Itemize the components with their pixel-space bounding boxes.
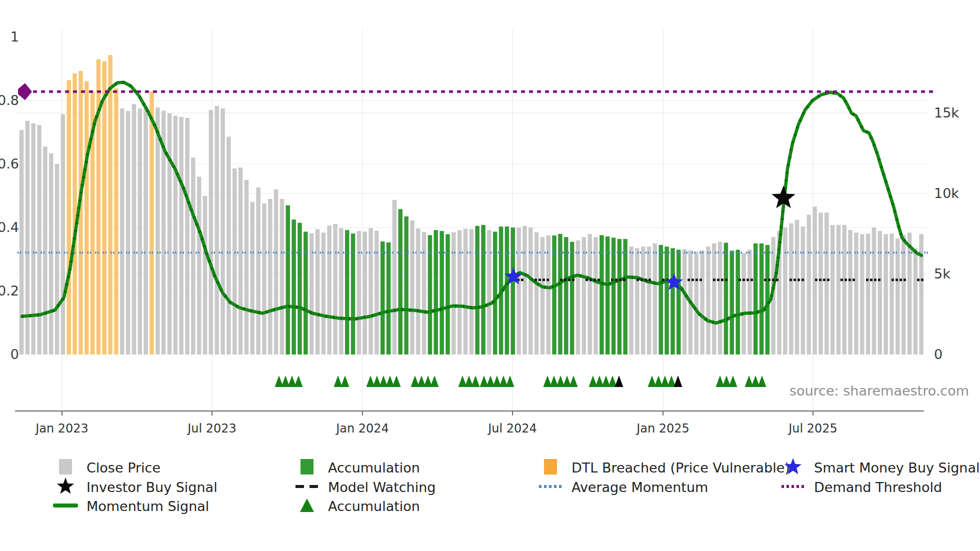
right-axis-tick-label: 5k: [934, 266, 979, 282]
accumulation-triangle: [334, 376, 342, 387]
close-price-bar: [896, 238, 900, 354]
accumulation-bar: [286, 206, 290, 354]
close-price-bar: [55, 164, 60, 354]
close-price-bar: [244, 180, 249, 354]
square-orange-legend-icon: [538, 458, 564, 477]
accumulation-bar: [398, 209, 403, 354]
accumulation-triangle: [506, 376, 514, 387]
close-price-bar: [168, 113, 172, 354]
close-price-bar: [470, 229, 474, 354]
close-price-bar: [327, 226, 332, 354]
close-price-bar: [824, 212, 829, 354]
close-price-bar: [836, 225, 841, 354]
left-axis-tick-label: 0.8: [0, 92, 19, 109]
right-axis-tick-label: 10k: [934, 185, 979, 202]
accumulation-triangle: [392, 376, 401, 387]
close-price-bar: [534, 232, 539, 355]
close-price-bar: [789, 224, 794, 354]
x-axis-tick-label: Jan 2023: [22, 420, 102, 437]
accumulation-bar: [754, 244, 758, 354]
legend-item: Investor Buy Signal: [52, 477, 218, 497]
legend-item: DTL Breached (Price Vulnerable): [538, 458, 790, 478]
accumulation-bar: [676, 250, 681, 354]
dtl-breached-bar: [84, 81, 89, 354]
close-price-bar: [783, 228, 788, 354]
close-price-bar: [274, 190, 278, 354]
close-price-bar: [594, 237, 598, 354]
legend-item: Demand Threshold: [780, 477, 942, 497]
triangle-green-legend-icon: [294, 496, 320, 516]
accumulation-bar: [724, 243, 728, 355]
close-price-bar: [641, 246, 646, 354]
close-price-bar: [126, 111, 130, 354]
close-price-bar: [144, 107, 148, 354]
accumulation-bar: [446, 234, 450, 354]
close-price-bar: [209, 110, 214, 354]
close-price-bar: [31, 124, 36, 354]
left-axis-tick-label: 0.4: [0, 219, 19, 236]
close-price-bar: [647, 246, 652, 354]
accumulation-bar: [618, 239, 622, 354]
close-price-bar: [250, 202, 255, 354]
close-price-bar: [653, 244, 658, 354]
close-price-bar: [280, 199, 284, 354]
accumulation-bar: [511, 228, 516, 354]
accumulation-bar: [505, 226, 510, 354]
close-price-bar: [179, 117, 184, 354]
close-price-bar: [197, 176, 202, 354]
close-price-bar: [742, 253, 746, 354]
accumulation-bar: [606, 236, 610, 354]
close-price-bar: [43, 146, 48, 354]
accumulation-bar: [386, 242, 391, 354]
close-price-bar: [712, 244, 716, 354]
close-price-bar: [452, 232, 456, 355]
close-price-bar: [576, 240, 580, 354]
close-price-bar: [316, 229, 320, 354]
accumulation-triangle: [430, 376, 439, 387]
close-price-bar: [540, 237, 545, 354]
star-black-legend-icon: [52, 478, 78, 496]
close-price-bar: [49, 153, 54, 354]
close-price-bar: [818, 212, 823, 354]
close-price-bar: [908, 232, 912, 354]
x-axis-tick-label: Jan 2025: [623, 420, 703, 437]
close-price-bar: [26, 121, 30, 354]
close-price-bar: [220, 108, 225, 354]
accumulation-bar: [440, 231, 444, 354]
close-price-bar: [748, 250, 752, 354]
accumulation-bar: [664, 246, 669, 354]
legend-item: Smart Money Buy Signal: [780, 458, 980, 478]
close-price-bar: [878, 231, 882, 354]
close-price-bar: [357, 231, 362, 354]
right-axis-tick-label: 0: [934, 346, 979, 363]
close-price-bar: [256, 188, 260, 354]
source-credit: source: sharemaestro.com: [790, 383, 969, 398]
close-price-bar: [322, 232, 326, 354]
close-price-bar: [20, 130, 24, 354]
right-axis-tick-label: 15k: [934, 104, 979, 122]
close-price-bar: [333, 224, 338, 354]
legend-label: DTL Breached (Price Vulnerable): [572, 460, 790, 476]
close-price-bar: [860, 234, 864, 354]
accumulation-triangle: [472, 376, 480, 387]
accumulation-triangle: [729, 376, 738, 387]
accumulation-bar: [612, 238, 616, 354]
accumulation-bar: [304, 232, 308, 354]
close-price-bar: [528, 228, 533, 354]
black-triangle: [674, 376, 682, 387]
close-price-bar: [422, 232, 426, 354]
close-price-bar: [374, 230, 379, 354]
legend-label: Smart Money Buy Signal: [814, 460, 980, 476]
close-price-bar: [339, 228, 344, 354]
close-price-bar: [410, 220, 414, 354]
left-axis-tick-label: 0.2: [0, 282, 19, 300]
close-price-bar: [156, 108, 160, 354]
close-price-bar: [138, 108, 142, 354]
accumulation-bar: [345, 230, 350, 354]
demand-threshold-marker: [18, 83, 32, 100]
legend-label: Model Watching: [328, 480, 436, 495]
close-price-bar: [363, 232, 368, 354]
accumulation-bar: [564, 237, 568, 354]
close-price-bar: [694, 252, 699, 354]
close-price-bar: [191, 158, 196, 354]
